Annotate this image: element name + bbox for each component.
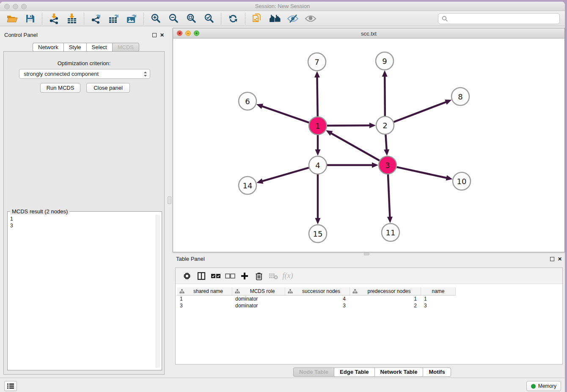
edge-arrowhead (372, 163, 378, 168)
delete-column-trash-icon[interactable] (252, 270, 266, 282)
toolbar-separator (221, 13, 221, 25)
control-panel-float-icon[interactable] (152, 33, 157, 37)
graph-edge-3-1[interactable] (330, 133, 380, 160)
close-panel-button[interactable]: Close panel (86, 83, 130, 93)
cell-mcds-role: dominator (232, 295, 285, 302)
tab-network-table[interactable]: Network Table (374, 367, 423, 377)
tab-style[interactable]: Style (63, 43, 86, 52)
cell-shared-name: 3 (177, 302, 232, 309)
table-panel-close-icon[interactable]: ✕ (557, 257, 562, 262)
refresh-layout-icon[interactable] (227, 12, 239, 25)
cell-predecessor-nodes: 1 (350, 295, 421, 302)
graph-edge-3-11[interactable] (388, 174, 390, 218)
edge-arrowhead (387, 217, 393, 223)
graph-node-10[interactable]: 10 (453, 172, 471, 190)
tab-network[interactable]: Network (33, 43, 63, 52)
table-body: 1dominator4113dominator323 (177, 295, 456, 309)
graph-edge-2-8[interactable] (394, 102, 448, 122)
graph-node-8[interactable]: 8 (451, 88, 469, 105)
result-scrollbar[interactable] (156, 215, 160, 368)
tab-select[interactable]: Select (86, 43, 112, 52)
svg-text:3: 3 (385, 161, 390, 170)
graph-node-14[interactable]: 14 (239, 177, 256, 194)
graph-edge-1-7[interactable] (317, 76, 317, 116)
graph-edge-1-2[interactable] (327, 125, 371, 126)
create-column-plus-icon[interactable] (237, 270, 252, 282)
search-input[interactable] (448, 16, 559, 22)
tab-mcds[interactable]: MCDS (112, 43, 139, 52)
graph-edge-2-3[interactable] (385, 135, 386, 151)
graph-node-15[interactable]: 15 (309, 225, 327, 243)
export-table-icon[interactable] (107, 12, 120, 25)
graph-node-1[interactable]: 1 (309, 117, 327, 135)
cell-mcds-role: dominator (232, 302, 285, 309)
memory-status-icon (531, 384, 536, 389)
column-header-successor-nodes[interactable]: successor nodes (285, 287, 350, 295)
graph-node-3[interactable]: 3 (379, 156, 396, 174)
zoom-in-icon[interactable] (149, 12, 162, 25)
memory-label: Memory (538, 383, 556, 389)
export-image-icon[interactable] (125, 12, 138, 25)
deselect-all-columns-icon[interactable] (223, 270, 237, 282)
criterion-select[interactable]: strongly connected component (19, 69, 150, 79)
graph-node-6[interactable]: 6 (239, 92, 256, 110)
toolbar-separator (143, 13, 144, 25)
column-header-shared-name[interactable]: shared name (177, 287, 232, 295)
run-mcds-button[interactable]: Run MCDS (40, 83, 80, 93)
search-icon (442, 16, 448, 22)
hide-graphics-details-icon[interactable] (286, 12, 299, 25)
tab-motifs[interactable]: Motifs (423, 367, 451, 377)
control-panel-close-icon[interactable]: ✕ (160, 33, 165, 38)
toolbar-separator (84, 13, 84, 25)
graph-node-9[interactable]: 9 (376, 52, 394, 70)
edge-arrowhead (369, 123, 376, 128)
memory-button[interactable]: Memory (526, 381, 561, 391)
network-graph[interactable]: 1234678910111415 (173, 39, 564, 252)
open-session-icon[interactable] (6, 12, 19, 25)
horizontal-splitter-handle[interactable] (364, 253, 369, 255)
table-panel-float-icon[interactable] (550, 257, 554, 261)
cell-name: 1 (421, 295, 456, 302)
svg-text:2: 2 (383, 121, 387, 130)
cell-successor-nodes: 4 (285, 295, 350, 302)
vertical-splitter-handle[interactable] (168, 196, 171, 204)
graph-node-4[interactable]: 4 (309, 156, 327, 174)
edge-arrowhead (315, 149, 321, 156)
export-network-icon[interactable] (90, 12, 102, 25)
column-header-name[interactable]: name (421, 287, 456, 295)
network-window-titlebar[interactable]: ✕ − + scc.txt (173, 28, 564, 39)
show-columns-icon[interactable] (194, 270, 209, 282)
import-network-icon[interactable] (48, 12, 61, 25)
save-session-icon[interactable] (24, 12, 36, 25)
graph-edge-1-6[interactable] (261, 106, 309, 123)
home-layout-icon[interactable] (269, 12, 281, 25)
table-settings-gear-icon[interactable] (180, 270, 194, 282)
graph-node-11[interactable]: 11 (382, 224, 399, 241)
svg-text:8: 8 (458, 92, 462, 101)
import-table-icon[interactable] (66, 12, 78, 25)
graph-edge-2-9[interactable] (385, 75, 385, 116)
edge-arrowhead (314, 71, 320, 77)
zoom-fit-icon[interactable] (185, 12, 198, 25)
tab-edge-table[interactable]: Edge Table (334, 367, 374, 377)
select-all-columns-icon[interactable] (209, 270, 223, 282)
org-chart-icon (288, 289, 293, 294)
zoom-selected-icon[interactable] (203, 12, 215, 25)
table-row[interactable]: 3dominator323 (177, 302, 456, 309)
column-header-predecessor-nodes[interactable]: predecessor nodes (350, 287, 421, 295)
graph-edge-3-10[interactable] (396, 167, 448, 178)
show-graphics-details-icon[interactable] (304, 12, 317, 25)
task-history-button[interactable] (4, 381, 17, 391)
graph-node-2[interactable]: 2 (376, 116, 394, 134)
network-overview-icon[interactable] (251, 12, 264, 25)
cell-name: 3 (421, 302, 456, 309)
zoom-out-icon[interactable] (167, 12, 180, 25)
chevron-up-down-icon (143, 71, 147, 77)
table-toolbar: f(x) (176, 268, 562, 284)
search-field[interactable] (438, 13, 560, 24)
tab-node-table[interactable]: Node Table (293, 367, 334, 377)
column-header-mcds-role[interactable]: MCDS role (232, 287, 285, 295)
graph-edge-4-14[interactable] (261, 168, 309, 182)
table-row[interactable]: 1dominator411 (177, 295, 456, 302)
graph-node-7[interactable]: 7 (308, 53, 326, 71)
